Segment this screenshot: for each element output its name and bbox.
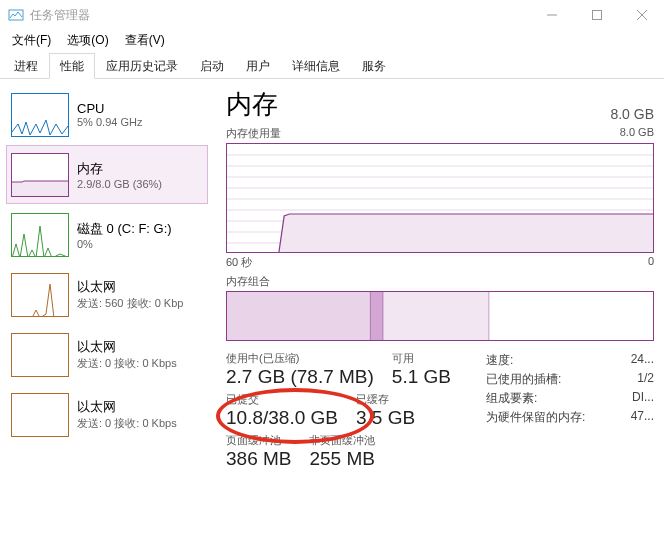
tab-processes[interactable]: 进程 [3, 53, 49, 79]
sidebar-disk-title: 磁盘 0 (C: F: G:) [77, 220, 172, 238]
main: CPU 5% 0.94 GHz 内存 2.9/8.0 GB (36%) 磁盘 0 [0, 79, 664, 535]
app-icon [8, 7, 24, 23]
cached-label: 已缓存 [356, 392, 415, 407]
svg-rect-2 [592, 11, 601, 20]
in-use-value: 2.7 GB (78.7 MB) [226, 366, 374, 388]
tab-app-history[interactable]: 应用历史记录 [95, 53, 189, 79]
content: 内存 8.0 GB 内存使用量 8.0 GB 60 秒 [208, 79, 664, 535]
speed-v: 24... [631, 352, 654, 369]
paged-label: 页面缓冲池 [226, 433, 291, 448]
tabbar: 进程 性能 应用历史记录 启动 用户 详细信息 服务 [0, 54, 664, 79]
svg-rect-16 [370, 292, 382, 340]
tab-users[interactable]: 用户 [235, 53, 281, 79]
titlebar: 任务管理器 [0, 0, 664, 30]
window-controls [529, 0, 664, 30]
composition-label: 内存组合 [226, 274, 654, 289]
sidebar-eth0-title: 以太网 [77, 278, 183, 296]
sidebar-item-eth1[interactable]: 以太网 发送: 0 接收: 0 Kbps [6, 325, 208, 384]
cached-value: 3.5 GB [356, 407, 415, 429]
menu-file[interactable]: 文件(F) [4, 30, 59, 51]
eth1-thumbnail-chart [11, 333, 69, 377]
memory-thumbnail-chart [11, 153, 69, 197]
sidebar-eth1-title: 以太网 [77, 338, 177, 356]
tab-services[interactable]: 服务 [351, 53, 397, 79]
sidebar-cpu-title: CPU [77, 101, 142, 116]
sidebar-item-memory[interactable]: 内存 2.9/8.0 GB (36%) [6, 145, 208, 204]
slots-k: 已使用的插槽: [486, 371, 561, 388]
reserved-v: 47... [631, 409, 654, 426]
available-label: 可用 [392, 351, 451, 366]
sidebar-eth2-sub: 发送: 0 接收: 0 Kbps [77, 416, 177, 431]
menu-view[interactable]: 查看(V) [117, 30, 173, 51]
cpu-thumbnail-chart [11, 93, 69, 137]
sidebar-item-cpu[interactable]: CPU 5% 0.94 GHz [6, 85, 208, 144]
maximize-button[interactable] [574, 0, 619, 30]
close-button[interactable] [619, 0, 664, 30]
in-use-label: 使用中(已压缩) [226, 351, 374, 366]
sidebar-eth0-sub: 发送: 560 接收: 0 Kbp [77, 296, 183, 311]
sidebar-item-eth0[interactable]: 以太网 发送: 560 接收: 0 Kbp [6, 265, 208, 324]
disk-thumbnail-chart [11, 213, 69, 257]
memory-composition-chart[interactable] [226, 291, 654, 341]
eth0-thumbnail-chart [11, 273, 69, 317]
svg-rect-15 [227, 292, 370, 340]
sidebar-disk-sub: 0% [77, 238, 172, 250]
paged-value: 386 MB [226, 448, 291, 470]
sidebar-memory-title: 内存 [77, 160, 162, 178]
usage-chart-label: 内存使用量 [226, 126, 281, 141]
window-title: 任务管理器 [30, 7, 529, 24]
total-capacity: 8.0 GB [610, 106, 654, 122]
reserved-k: 为硬件保留的内存: [486, 409, 585, 426]
speed-k: 速度: [486, 352, 513, 369]
form-k: 组成要素: [486, 390, 537, 407]
sidebar-eth2-title: 以太网 [77, 398, 177, 416]
sidebar-eth1-sub: 发送: 0 接收: 0 Kbps [77, 356, 177, 371]
sidebar-item-eth2[interactable]: 以太网 发送: 0 接收: 0 Kbps [6, 385, 208, 444]
page-title: 内存 [226, 87, 278, 122]
available-value: 5.1 GB [392, 366, 451, 388]
committed-label: 已提交 [226, 392, 338, 407]
sidebar: CPU 5% 0.94 GHz 内存 2.9/8.0 GB (36%) 磁盘 0 [0, 79, 208, 535]
nonpaged-value: 255 MB [309, 448, 375, 470]
slots-v: 1/2 [637, 371, 654, 388]
nonpaged-label: 非页面缓冲池 [309, 433, 375, 448]
tab-performance[interactable]: 性能 [49, 53, 95, 79]
tab-startup[interactable]: 启动 [189, 53, 235, 79]
sidebar-cpu-sub: 5% 0.94 GHz [77, 116, 142, 128]
usage-chart-max: 8.0 GB [620, 126, 654, 141]
svg-marker-14 [279, 214, 653, 252]
sidebar-memory-sub: 2.9/8.0 GB (36%) [77, 178, 162, 190]
tab-details[interactable]: 详细信息 [281, 53, 351, 79]
form-v: DI... [632, 390, 654, 407]
axis-left: 60 秒 [226, 255, 252, 270]
eth2-thumbnail-chart [11, 393, 69, 437]
minimize-button[interactable] [529, 0, 574, 30]
stats-area: 使用中(已压缩) 2.7 GB (78.7 MB) 可用 5.1 GB 已提交 … [226, 351, 654, 474]
menubar: 文件(F) 选项(O) 查看(V) [0, 30, 664, 50]
memory-usage-chart[interactable] [226, 143, 654, 253]
axis-right: 0 [648, 255, 654, 270]
sidebar-item-disk[interactable]: 磁盘 0 (C: F: G:) 0% [6, 205, 208, 264]
svg-rect-17 [383, 292, 489, 340]
menu-options[interactable]: 选项(O) [59, 30, 116, 51]
committed-value: 10.8/38.0 GB [226, 407, 338, 429]
